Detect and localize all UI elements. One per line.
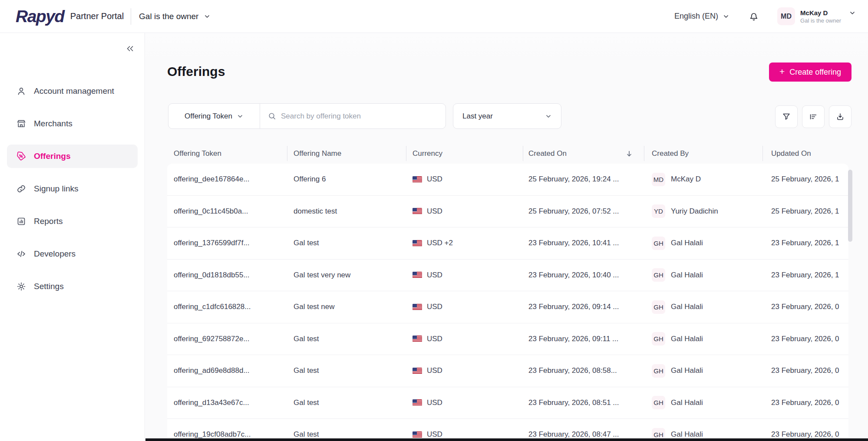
vertical-scrollbar[interactable] bbox=[848, 170, 852, 242]
search-field-selector[interactable]: Offering Token bbox=[168, 104, 260, 128]
sidebar-item-label: Merchants bbox=[34, 119, 73, 128]
offering-name-cell: Gal test bbox=[287, 355, 406, 387]
sidebar-item-offerings[interactable]: Offerings bbox=[7, 145, 138, 168]
search-field-value: Offering Token bbox=[185, 112, 232, 121]
created-by-cell: GH Gal Halali bbox=[644, 419, 763, 441]
double-chevron-left-icon bbox=[125, 43, 135, 54]
currency-cell: USD bbox=[406, 355, 523, 387]
filter-button[interactable] bbox=[775, 105, 798, 128]
currency-cell: USD +2 bbox=[406, 227, 523, 259]
sidebar-item-signup-links[interactable]: Signup links bbox=[7, 177, 138, 201]
download-icon bbox=[835, 112, 845, 122]
us-flag-icon bbox=[413, 431, 422, 438]
sidebar-item-label: Reports bbox=[34, 217, 63, 226]
column-header-created-on[interactable]: Created On bbox=[523, 143, 644, 164]
updated-on-cell: 23 February, 2026, 0 bbox=[763, 387, 848, 419]
product-name: Partner Portal bbox=[70, 11, 124, 21]
us-flag-icon bbox=[413, 240, 422, 247]
currency-cell: USD bbox=[406, 387, 523, 419]
table-row[interactable]: offering_692758872e... Gal test USD 23 F… bbox=[167, 323, 848, 355]
created-by-cell: YD Yuriy Dadichin bbox=[644, 196, 763, 227]
sidebar-item-account-management[interactable]: Account management bbox=[7, 79, 138, 103]
updated-on-cell: 23 February, 2026, 1 bbox=[763, 227, 848, 259]
download-button[interactable] bbox=[829, 105, 851, 128]
table-row[interactable]: offering_dee167864e... Offering 6 USD 25… bbox=[167, 164, 848, 196]
sort-descending-icon[interactable] bbox=[625, 150, 633, 158]
page-title: Offerings bbox=[167, 64, 225, 79]
column-header-currency[interactable]: Currency bbox=[406, 143, 523, 164]
sidebar-item-label: Settings bbox=[34, 282, 64, 291]
offering-token-cell: offering_dee167864e... bbox=[167, 164, 287, 195]
creator-avatar: GH bbox=[652, 268, 665, 282]
main-content: Offerings + Create offering Offering Tok… bbox=[145, 33, 868, 441]
organization-selector[interactable]: Gal is the owner bbox=[139, 12, 211, 21]
sidebar-nav: Account management Merchants Offerings bbox=[0, 79, 145, 298]
updated-on-cell: 23 February, 2026, 1 bbox=[763, 260, 848, 291]
updated-on-cell: 23 February, 2026, 0 bbox=[763, 323, 848, 355]
chevron-down-icon bbox=[849, 10, 856, 16]
created-on-cell: 25 February, 2026, 07:52 ... bbox=[523, 196, 644, 227]
column-header-updated-on[interactable]: Updated On bbox=[763, 143, 848, 164]
user-avatar[interactable]: MD bbox=[777, 7, 795, 25]
column-header-created-by[interactable]: Created By bbox=[644, 143, 763, 164]
column-header-offering-token[interactable]: Offering Token bbox=[167, 143, 287, 164]
chevron-down-icon bbox=[204, 13, 211, 20]
table-row[interactable]: offering_1376599df7f... Gal test USD +2 … bbox=[167, 227, 848, 260]
created-by-cell: MD McKay D bbox=[644, 164, 763, 195]
table-toolbar bbox=[775, 105, 851, 128]
sort-button[interactable] bbox=[802, 105, 825, 128]
offering-name-cell: Gal test very new bbox=[287, 260, 406, 291]
language-selector[interactable]: English (EN) bbox=[674, 12, 729, 21]
offering-name-cell: Gal test bbox=[287, 419, 406, 441]
table-row[interactable]: offering_19cf08adb7c... Gal test USD 23 … bbox=[167, 419, 848, 441]
created-on-cell: 25 February, 2026, 19:24 ... bbox=[523, 164, 644, 195]
creator-avatar: YD bbox=[652, 204, 665, 218]
offering-token-cell: offering_19cf08adb7c... bbox=[167, 419, 287, 441]
table-row[interactable]: offering_c1dfc616828... Gal test new USD… bbox=[167, 291, 848, 323]
column-header-offering-name[interactable]: Offering Name bbox=[287, 143, 406, 164]
created-on-cell: 23 February, 2026, 08:58... bbox=[523, 355, 644, 387]
funnel-icon bbox=[782, 112, 791, 122]
notifications-button[interactable] bbox=[749, 11, 759, 22]
chevron-down-icon bbox=[545, 113, 552, 120]
search-input[interactable] bbox=[281, 112, 438, 121]
offering-name-cell: Gal test bbox=[287, 227, 406, 259]
updated-on-cell: 23 February, 2026, 0 bbox=[763, 355, 848, 387]
bell-icon bbox=[749, 11, 759, 22]
create-offering-button[interactable]: + Create offering bbox=[769, 63, 851, 82]
creator-avatar: GH bbox=[652, 396, 665, 409]
user-menu[interactable]: McKay D Gal is the owner bbox=[800, 9, 856, 24]
table-row[interactable]: offering_0c11c45b0a... domestic test USD… bbox=[167, 196, 848, 228]
search-box bbox=[260, 104, 446, 128]
sidebar: Account management Merchants Offerings bbox=[0, 33, 145, 441]
offering-token-cell: offering_0c11c45b0a... bbox=[167, 196, 287, 227]
updated-on-cell: 25 February, 2026, 1 bbox=[763, 196, 848, 227]
currency-cell: USD bbox=[406, 291, 523, 323]
created-on-cell: 23 February, 2026, 08:51 ... bbox=[523, 387, 644, 419]
table-row[interactable]: offering_ad69e8d88d... Gal test USD 23 F… bbox=[167, 355, 848, 387]
currency-cell: USD bbox=[406, 419, 523, 441]
gear-icon bbox=[16, 281, 26, 292]
us-flag-icon bbox=[413, 304, 422, 310]
sidebar-item-settings[interactable]: Settings bbox=[7, 275, 138, 298]
collapse-sidebar-button[interactable] bbox=[125, 43, 135, 54]
user-name: McKay D bbox=[800, 9, 841, 17]
offering-name-cell: Gal test bbox=[287, 387, 406, 419]
sidebar-item-reports[interactable]: Reports bbox=[7, 210, 138, 233]
date-range-selector[interactable]: Last year bbox=[453, 103, 561, 129]
table-row[interactable]: offering_d13a43e67c... Gal test USD 23 F… bbox=[167, 387, 848, 419]
created-by-cell: GH Gal Halali bbox=[644, 227, 763, 259]
us-flag-icon bbox=[413, 272, 422, 278]
currency-cell: USD bbox=[406, 164, 523, 195]
sidebar-item-merchants[interactable]: Merchants bbox=[7, 112, 138, 135]
created-on-cell: 23 February, 2026, 08:47 ... bbox=[523, 419, 644, 441]
table-row[interactable]: offering_0d1818db55... Gal test very new… bbox=[167, 260, 848, 292]
created-on-cell: 23 February, 2026, 09:11 ... bbox=[523, 323, 644, 355]
sidebar-item-label: Signup links bbox=[34, 184, 78, 194]
bar-chart-icon bbox=[16, 216, 26, 227]
sidebar-item-developers[interactable]: Developers bbox=[7, 242, 138, 266]
offering-token-cell: offering_d13a43e67c... bbox=[167, 387, 287, 419]
offering-name-cell: domestic test bbox=[287, 196, 406, 227]
code-icon bbox=[16, 249, 26, 259]
currency-cell: USD bbox=[406, 260, 523, 291]
